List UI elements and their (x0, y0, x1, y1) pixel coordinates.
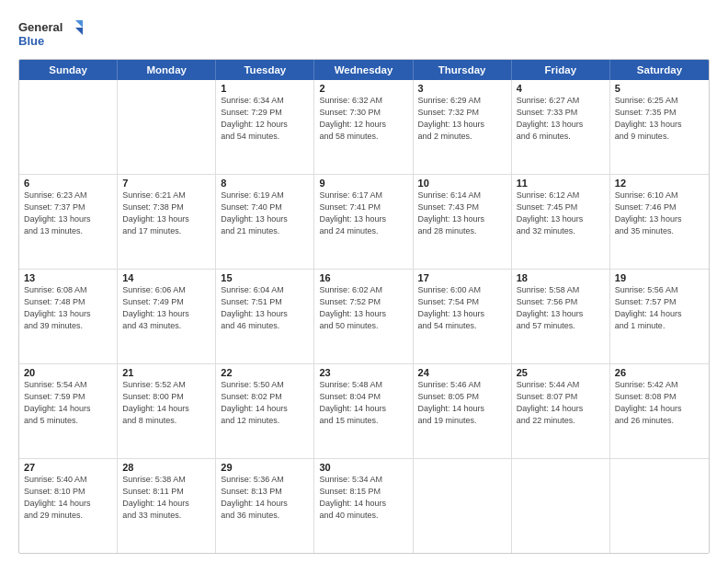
calendar-cell: 7Sunrise: 6:21 AM Sunset: 7:38 PM Daylig… (118, 175, 216, 269)
svg-text:General: General (18, 20, 63, 34)
sun-info: Sunrise: 5:34 AM Sunset: 8:15 PM Dayligh… (319, 474, 407, 522)
calendar-row: 27Sunrise: 5:40 AM Sunset: 8:10 PM Dayli… (19, 459, 709, 553)
calendar-cell: 26Sunrise: 5:42 AM Sunset: 8:08 PM Dayli… (610, 364, 709, 458)
day-number: 27 (24, 462, 112, 473)
sun-info: Sunrise: 5:48 AM Sunset: 8:04 PM Dayligh… (319, 379, 407, 427)
calendar-cell: 9Sunrise: 6:17 AM Sunset: 7:41 PM Daylig… (314, 175, 413, 269)
sun-info: Sunrise: 5:44 AM Sunset: 8:07 PM Dayligh… (517, 379, 605, 427)
calendar-cell: 13Sunrise: 6:08 AM Sunset: 7:48 PM Dayli… (19, 270, 118, 363)
weekday-label: Saturday (610, 60, 709, 80)
logo: General Blue (18, 17, 83, 52)
sun-info: Sunrise: 6:02 AM Sunset: 7:52 PM Dayligh… (319, 284, 407, 332)
calendar-cell: 12Sunrise: 6:10 AM Sunset: 7:46 PM Dayli… (610, 175, 709, 269)
day-number: 2 (319, 83, 407, 94)
calendar-cell: 18Sunrise: 5:58 AM Sunset: 7:56 PM Dayli… (512, 270, 610, 363)
calendar-cell: 11Sunrise: 6:12 AM Sunset: 7:45 PM Dayli… (512, 175, 610, 269)
day-number: 17 (418, 272, 506, 283)
sun-info: Sunrise: 5:42 AM Sunset: 8:08 PM Dayligh… (615, 379, 704, 427)
calendar-row: 6Sunrise: 6:23 AM Sunset: 7:37 PM Daylig… (19, 175, 709, 270)
calendar-cell: 15Sunrise: 6:04 AM Sunset: 7:51 PM Dayli… (216, 270, 314, 363)
calendar-cell: 4Sunrise: 6:27 AM Sunset: 7:33 PM Daylig… (512, 80, 610, 174)
day-number: 28 (122, 462, 210, 473)
weekday-label: Tuesday (216, 60, 314, 80)
calendar-cell: 1Sunrise: 6:34 AM Sunset: 7:29 PM Daylig… (216, 80, 314, 174)
day-number: 14 (122, 272, 210, 283)
calendar-cell (512, 459, 610, 553)
day-number: 1 (221, 83, 309, 94)
day-number: 7 (122, 178, 210, 189)
calendar: SundayMondayTuesdayWednesdayThursdayFrid… (18, 59, 710, 554)
calendar-cell: 8Sunrise: 6:19 AM Sunset: 7:40 PM Daylig… (216, 175, 314, 269)
svg-text:Blue: Blue (18, 34, 44, 48)
day-number: 11 (517, 178, 605, 189)
calendar-cell: 6Sunrise: 6:23 AM Sunset: 7:37 PM Daylig… (19, 175, 118, 269)
calendar-cell: 25Sunrise: 5:44 AM Sunset: 8:07 PM Dayli… (512, 364, 610, 458)
day-number: 3 (418, 83, 506, 94)
day-number: 23 (319, 367, 407, 378)
day-number: 24 (418, 367, 506, 378)
day-number: 21 (122, 367, 210, 378)
calendar-cell: 21Sunrise: 5:52 AM Sunset: 8:00 PM Dayli… (118, 364, 216, 458)
sun-info: Sunrise: 6:34 AM Sunset: 7:29 PM Dayligh… (221, 95, 309, 143)
calendar-header: SundayMondayTuesdayWednesdayThursdayFrid… (19, 60, 709, 80)
sun-info: Sunrise: 6:04 AM Sunset: 7:51 PM Dayligh… (221, 284, 309, 332)
sun-info: Sunrise: 5:58 AM Sunset: 7:56 PM Dayligh… (517, 284, 605, 332)
weekday-label: Monday (118, 60, 216, 80)
sun-info: Sunrise: 6:23 AM Sunset: 7:37 PM Dayligh… (24, 190, 112, 237)
calendar-cell: 27Sunrise: 5:40 AM Sunset: 8:10 PM Dayli… (19, 459, 118, 553)
calendar-cell: 22Sunrise: 5:50 AM Sunset: 8:02 PM Dayli… (216, 364, 314, 458)
sun-info: Sunrise: 6:32 AM Sunset: 7:30 PM Dayligh… (319, 95, 407, 143)
calendar-row: 13Sunrise: 6:08 AM Sunset: 7:48 PM Dayli… (19, 270, 709, 364)
day-number: 19 (615, 272, 704, 283)
sun-info: Sunrise: 6:12 AM Sunset: 7:45 PM Dayligh… (517, 190, 605, 237)
calendar-body: 1Sunrise: 6:34 AM Sunset: 7:29 PM Daylig… (19, 80, 709, 553)
sun-info: Sunrise: 5:52 AM Sunset: 8:00 PM Dayligh… (122, 379, 210, 427)
sun-info: Sunrise: 6:25 AM Sunset: 7:35 PM Dayligh… (615, 95, 704, 143)
day-number: 13 (24, 272, 112, 283)
weekday-label: Wednesday (314, 60, 413, 80)
sun-info: Sunrise: 6:14 AM Sunset: 7:43 PM Dayligh… (418, 190, 506, 237)
day-number: 29 (221, 462, 309, 473)
day-number: 25 (517, 367, 605, 378)
day-number: 10 (418, 178, 506, 189)
header: General Blue (18, 17, 710, 52)
calendar-cell: 23Sunrise: 5:48 AM Sunset: 8:04 PM Dayli… (314, 364, 413, 458)
logo-svg: General Blue (18, 17, 83, 52)
day-number: 5 (615, 83, 704, 94)
day-number: 12 (615, 178, 704, 189)
calendar-cell: 20Sunrise: 5:54 AM Sunset: 7:59 PM Dayli… (19, 364, 118, 458)
calendar-cell (610, 459, 709, 553)
day-number: 30 (319, 462, 407, 473)
sun-info: Sunrise: 5:36 AM Sunset: 8:13 PM Dayligh… (221, 474, 309, 522)
day-number: 15 (221, 272, 309, 283)
sun-info: Sunrise: 6:27 AM Sunset: 7:33 PM Dayligh… (517, 95, 605, 143)
calendar-cell: 29Sunrise: 5:36 AM Sunset: 8:13 PM Dayli… (216, 459, 314, 553)
calendar-cell: 16Sunrise: 6:02 AM Sunset: 7:52 PM Dayli… (314, 270, 413, 363)
calendar-cell: 2Sunrise: 6:32 AM Sunset: 7:30 PM Daylig… (314, 80, 413, 174)
day-number: 16 (319, 272, 407, 283)
sun-info: Sunrise: 6:29 AM Sunset: 7:32 PM Dayligh… (418, 95, 506, 143)
sun-info: Sunrise: 5:38 AM Sunset: 8:11 PM Dayligh… (122, 474, 210, 522)
sun-info: Sunrise: 6:08 AM Sunset: 7:48 PM Dayligh… (24, 284, 112, 332)
day-number: 20 (24, 367, 112, 378)
sun-info: Sunrise: 6:19 AM Sunset: 7:40 PM Dayligh… (221, 190, 309, 237)
calendar-cell (118, 80, 216, 174)
calendar-cell: 30Sunrise: 5:34 AM Sunset: 8:15 PM Dayli… (314, 459, 413, 553)
calendar-cell: 3Sunrise: 6:29 AM Sunset: 7:32 PM Daylig… (414, 80, 512, 174)
weekday-label: Friday (512, 60, 610, 80)
sun-info: Sunrise: 5:40 AM Sunset: 8:10 PM Dayligh… (24, 474, 112, 522)
calendar-row: 20Sunrise: 5:54 AM Sunset: 7:59 PM Dayli… (19, 364, 709, 459)
day-number: 6 (24, 178, 112, 189)
day-number: 18 (517, 272, 605, 283)
calendar-cell: 5Sunrise: 6:25 AM Sunset: 7:35 PM Daylig… (610, 80, 709, 174)
day-number: 26 (615, 367, 704, 378)
weekday-label: Thursday (414, 60, 512, 80)
day-number: 22 (221, 367, 309, 378)
calendar-cell: 10Sunrise: 6:14 AM Sunset: 7:43 PM Dayli… (414, 175, 512, 269)
svg-marker-2 (75, 20, 83, 28)
calendar-cell: 28Sunrise: 5:38 AM Sunset: 8:11 PM Dayli… (118, 459, 216, 553)
day-number: 9 (319, 178, 407, 189)
sun-info: Sunrise: 6:17 AM Sunset: 7:41 PM Dayligh… (319, 190, 407, 237)
sun-info: Sunrise: 5:46 AM Sunset: 8:05 PM Dayligh… (418, 379, 506, 427)
sun-info: Sunrise: 6:21 AM Sunset: 7:38 PM Dayligh… (122, 190, 210, 237)
